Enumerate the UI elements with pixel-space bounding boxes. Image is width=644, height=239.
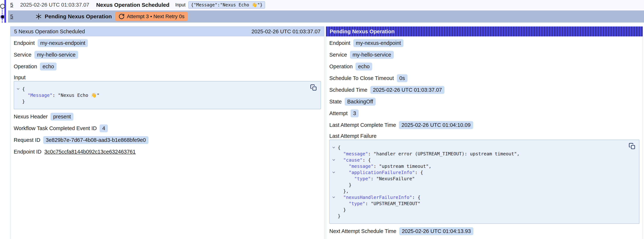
code-line: } xyxy=(330,213,639,219)
code-text: "type": "NexusFailure" xyxy=(338,176,415,181)
copy-icon xyxy=(310,84,317,91)
json-value: { xyxy=(338,145,340,150)
state-value-badge: BackingOff xyxy=(345,98,376,106)
code-line: "type": "UPSTREAM_TIMEOUT" xyxy=(330,200,639,206)
request-id-value-badge: 3e829b7e-7d67-4b08-aad3-b1e868bfe9e0 xyxy=(43,136,148,144)
endpoint-id-link[interactable]: 3c0c75ccfa8144b092c13ce632463761 xyxy=(44,149,136,155)
chevron-down-icon[interactable] xyxy=(332,170,336,174)
json-value: : "NexusFailure" xyxy=(371,176,415,181)
field-label-endpoint-id: Endpoint ID xyxy=(14,149,42,155)
card-body-scheduled: Endpointmy-nexus-endpointServicemy-hello… xyxy=(10,36,324,156)
card-header-scheduled: 5 Nexus Operation Scheduled 2025-02-26 U… xyxy=(10,26,324,36)
event-history-detail-view: 5 2025-02-26 UTC 01:03:37.07 Nexus Opera… xyxy=(0,0,644,239)
field-endpoint: Endpointmy-nexus-endpoint xyxy=(329,39,640,47)
field-operation: Operationecho xyxy=(14,62,321,70)
collapse-gutter xyxy=(330,158,338,162)
attempt-retry-text: Attempt 3 • Next Retry 0s xyxy=(127,14,184,20)
code-line: }, xyxy=(330,188,639,194)
collapse-gutter xyxy=(330,146,338,150)
code-line: "applicationFailureInfo": { xyxy=(330,169,639,176)
collapse-gutter xyxy=(14,87,22,91)
field-endpoint-id: Endpoint ID3c0c75ccfa8144b092c13ce632463… xyxy=(14,148,321,156)
card-timestamp: 2025-02-26 UTC 01:03:37.07 xyxy=(252,28,320,34)
field-label-nexus-header: Nexus Header xyxy=(14,114,48,120)
json-value: } xyxy=(349,182,352,188)
input-preview-chip: {"Message":"Nexus Echo 👋"} xyxy=(188,1,265,8)
field-label-attempt: Attempt xyxy=(329,110,348,116)
field-request-id: Request ID3e829b7e-7d67-4b08-aad3-b1e868… xyxy=(14,136,321,144)
json-key: "message" xyxy=(349,164,374,169)
card-title: Pending Nexus Operation xyxy=(330,28,395,34)
field-label-operation: Operation xyxy=(329,64,352,70)
json-value: { xyxy=(22,86,25,92)
chevron-down-icon[interactable] xyxy=(332,146,336,150)
json-key: "applicationFailureInfo" xyxy=(349,170,415,175)
field-state: StateBackingOff xyxy=(329,98,640,106)
json-key: "cause" xyxy=(343,158,362,163)
code-line: } xyxy=(330,182,639,188)
field-label-request-id: Request ID xyxy=(14,137,40,143)
code-text: "message": "handler error (UPSTREAM_TIME… xyxy=(338,151,520,156)
code-line: } xyxy=(330,206,639,213)
field-label-service: Service xyxy=(329,52,347,58)
chevron-down-icon[interactable] xyxy=(332,158,336,162)
event-id-link[interactable]: 5 xyxy=(10,14,13,20)
scheduled-time-value-badge: 2025-02-26 UTC 01:03:37.07 xyxy=(370,86,444,94)
code-label-last-attempt-failure: Last Attempt Failure xyxy=(329,133,640,139)
card-nexus-operation-scheduled: 5 Nexus Operation Scheduled 2025-02-26 U… xyxy=(10,26,324,239)
timeline-marker-scheduled xyxy=(0,4,5,8)
event-row-pending-nexus-operation[interactable]: 5 Pending Nexus Operation Attempt 3 • Ne… xyxy=(8,10,644,22)
workflow-task-completed-event-id-value-badge: 4 xyxy=(100,124,108,132)
code-block-last-attempt-failure: {"message": "handler error (UPSTREAM_TIM… xyxy=(329,140,640,224)
timeline-marker-pending xyxy=(0,15,5,19)
code-block-input: {"Message": "Nexus Echo 👋"} xyxy=(14,81,321,109)
field-attempt: Attempt3 xyxy=(329,109,640,117)
endpoint-value-badge: my-nexus-endpoint xyxy=(353,39,404,47)
json-value: } xyxy=(343,207,346,212)
code-line: "message": "handler error (UPSTREAM_TIME… xyxy=(330,150,639,157)
json-key: "type" xyxy=(354,176,371,181)
json-value: : "upstream timeout", xyxy=(374,164,431,169)
card-pending-nexus-operation: Pending Nexus Operation Endpointmy-nexus… xyxy=(326,26,643,239)
field-label-workflow-task-completed-event-id: Workflow Task Completed Event ID xyxy=(14,125,97,132)
field-label-operation: Operation xyxy=(14,64,37,70)
endpoint-value-badge: my-nexus-endpoint xyxy=(38,39,88,47)
code-text: "type": "UPSTREAM_TIMEOUT" xyxy=(338,201,420,206)
attempt-value-badge: 3 xyxy=(350,110,358,117)
event-row-nexus-operation-scheduled[interactable]: 5 2025-02-26 UTC 01:03:37.07 Nexus Opera… xyxy=(8,0,644,10)
code-line: "cause": { xyxy=(330,157,639,163)
chevron-down-icon[interactable] xyxy=(332,195,336,199)
json-value: : { xyxy=(362,158,371,163)
field-label-state: State xyxy=(329,99,342,105)
input-preview-label: Input xyxy=(175,2,186,8)
code-text: } xyxy=(338,214,340,219)
event-id-link[interactable]: 5 xyxy=(10,2,13,8)
json-value: : { xyxy=(412,195,420,200)
field-schedule-to-close-timeout: Schedule To Close Timeout0s xyxy=(329,74,640,82)
event-title: Nexus Operation Scheduled xyxy=(96,2,169,8)
retry-icon xyxy=(118,13,125,20)
card-title: 5 Nexus Operation Scheduled xyxy=(14,28,85,34)
copy-button[interactable] xyxy=(310,84,317,91)
copy-button[interactable] xyxy=(628,142,636,150)
copy-icon xyxy=(628,143,636,150)
last-attempt-complete-time-value-badge: 2025-02-26 UTC 01:04:10.09 xyxy=(399,121,473,129)
code-text: }, xyxy=(338,188,349,194)
field-endpoint: Endpointmy-nexus-endpoint xyxy=(14,39,321,47)
code-line: "type": "NexusFailure" xyxy=(330,176,639,182)
json-value: : "UPSTREAM_TIMEOUT" xyxy=(365,201,420,206)
field-scheduled-time: Scheduled Time2025-02-26 UTC 01:03:37.07 xyxy=(329,86,640,94)
field-label-schedule-to-close-timeout: Schedule To Close Timeout xyxy=(329,75,394,81)
chevron-down-icon[interactable] xyxy=(16,87,20,91)
code-text: { xyxy=(22,86,25,92)
json-value: } xyxy=(22,99,25,104)
card-body-pending: Endpointmy-nexus-endpointServicemy-hello… xyxy=(326,36,643,235)
code-text: "message": "upstream timeout", xyxy=(338,164,432,169)
code-line: { xyxy=(14,86,320,92)
operation-value-badge: echo xyxy=(40,62,56,70)
schedule-to-close-timeout-value-badge: 0s xyxy=(397,74,408,82)
code-line: "nexusHandlerFailureInfo": { xyxy=(330,194,639,200)
nexus-header-value-badge: present xyxy=(50,113,74,120)
code-text: "applicationFailureInfo": { xyxy=(338,170,423,175)
code-label-input: Input xyxy=(14,74,321,81)
